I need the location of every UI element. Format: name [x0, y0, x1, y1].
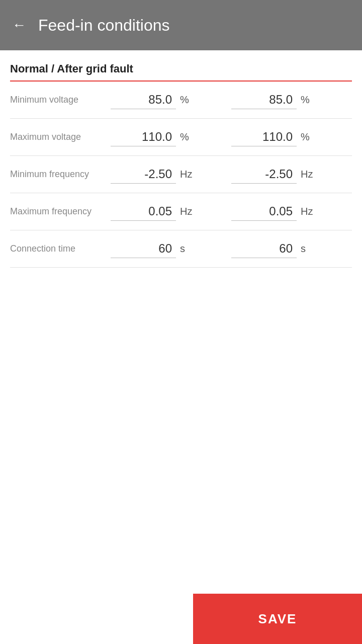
normal-value-maximum-frequency[interactable] — [111, 202, 176, 221]
fault-value-maximum-frequency[interactable] — [231, 202, 297, 221]
back-icon[interactable]: ← — [12, 17, 26, 33]
fault-value-connection-time[interactable] — [231, 239, 297, 258]
save-button[interactable]: SAVE — [193, 594, 362, 644]
fault-unit-connection-time: s — [301, 243, 317, 255]
normal-input-group-minimum-voltage: % — [111, 91, 231, 109]
fault-input-group-minimum-voltage: % — [231, 91, 352, 109]
page-title: Feed-in conditions — [38, 16, 169, 35]
fault-value-minimum-voltage[interactable] — [231, 91, 297, 109]
normal-unit-minimum-frequency: Hz — [180, 169, 196, 180]
fault-input-group-minimum-frequency: Hz — [231, 165, 352, 184]
fault-unit-minimum-voltage: % — [301, 94, 317, 106]
app-header: ← Feed-in conditions — [0, 0, 362, 50]
label-maximum-voltage: Maximum voltage — [10, 131, 111, 143]
section-title: Normal / After grid fault — [10, 62, 352, 82]
fault-value-maximum-voltage[interactable] — [231, 128, 297, 146]
fault-value-minimum-frequency[interactable] — [231, 165, 297, 184]
inputs-minimum-frequency: Hz Hz — [111, 165, 352, 184]
normal-value-minimum-voltage[interactable] — [111, 91, 176, 109]
normal-value-minimum-frequency[interactable] — [111, 165, 176, 184]
row-minimum-frequency: Minimum frequency Hz Hz — [10, 156, 352, 193]
inputs-connection-time: s s — [111, 239, 352, 258]
row-maximum-frequency: Maximum frequency Hz Hz — [10, 193, 352, 230]
fault-input-group-maximum-frequency: Hz — [231, 202, 352, 221]
fault-input-group-maximum-voltage: % — [231, 128, 352, 146]
label-maximum-frequency: Maximum frequency — [10, 206, 111, 217]
normal-unit-connection-time: s — [180, 243, 196, 255]
fault-unit-maximum-frequency: Hz — [301, 206, 317, 217]
fault-unit-minimum-frequency: Hz — [301, 169, 317, 180]
inputs-minimum-voltage: % % — [111, 91, 352, 109]
row-maximum-voltage: Maximum voltage % % — [10, 119, 352, 156]
fault-input-group-connection-time: s — [231, 239, 352, 258]
label-minimum-frequency: Minimum frequency — [10, 169, 111, 180]
normal-unit-minimum-voltage: % — [180, 94, 196, 106]
main-content: Normal / After grid fault Minimum voltag… — [0, 50, 362, 644]
row-minimum-voltage: Minimum voltage % % — [10, 82, 352, 119]
normal-input-group-connection-time: s — [111, 239, 231, 258]
normal-value-connection-time[interactable] — [111, 239, 176, 258]
normal-unit-maximum-voltage: % — [180, 131, 196, 143]
normal-input-group-maximum-frequency: Hz — [111, 202, 231, 221]
normal-value-maximum-voltage[interactable] — [111, 128, 176, 146]
inputs-maximum-voltage: % % — [111, 128, 352, 146]
normal-input-group-minimum-frequency: Hz — [111, 165, 231, 184]
inputs-maximum-frequency: Hz Hz — [111, 202, 352, 221]
label-minimum-voltage: Minimum voltage — [10, 94, 111, 106]
normal-input-group-maximum-voltage: % — [111, 128, 231, 146]
row-connection-time: Connection time s s — [10, 230, 352, 268]
normal-unit-maximum-frequency: Hz — [180, 206, 196, 217]
label-connection-time: Connection time — [10, 243, 111, 255]
fault-unit-maximum-voltage: % — [301, 131, 317, 143]
